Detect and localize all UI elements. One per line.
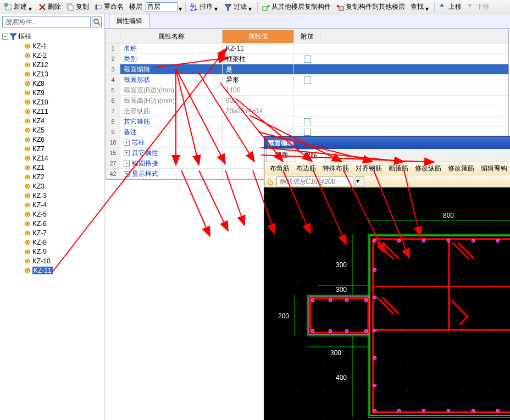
tree-leaf[interactable]: KZ1 bbox=[18, 163, 104, 172]
extra-checkbox[interactable] bbox=[304, 56, 311, 63]
floor-select[interactable] bbox=[146, 2, 178, 12]
tree-leaf[interactable]: KZ10 bbox=[18, 97, 104, 107]
component-icon bbox=[24, 146, 31, 152]
extra-checkbox[interactable] bbox=[304, 76, 311, 84]
tree-leaf[interactable]: KZ3 bbox=[18, 181, 104, 191]
copy-to-button[interactable]: 复制构件到其他楼层 bbox=[334, 1, 407, 13]
tree-leaf[interactable]: KZ6 bbox=[18, 135, 104, 144]
tree-leaf[interactable]: KZ-1 bbox=[18, 41, 104, 51]
filter-button[interactable]: 过滤 ▾ bbox=[222, 1, 255, 13]
tree-leaf[interactable]: KZ5 bbox=[18, 125, 104, 135]
tree-leaf[interactable]: KZ8 bbox=[18, 79, 104, 88]
property-value[interactable]: 异形 bbox=[223, 75, 294, 85]
draw-stirrup-button[interactable]: 画箍筋 bbox=[385, 163, 412, 174]
svg-point-51 bbox=[27, 176, 29, 178]
search-button[interactable] bbox=[92, 16, 102, 27]
hand-icon[interactable] bbox=[267, 178, 274, 185]
tree-leaf[interactable]: KZ-6 bbox=[18, 219, 104, 228]
svg-point-129 bbox=[379, 390, 380, 391]
tab-property-edit[interactable]: 属性编辑 bbox=[109, 14, 149, 28]
component-icon bbox=[24, 62, 31, 68]
svg-point-142 bbox=[489, 418, 490, 419]
tree-leaf[interactable]: KZ-8 bbox=[18, 237, 104, 247]
sort-button[interactable]: AZ 排序 ▾ bbox=[188, 1, 221, 13]
tree-leaf[interactable]: KZ-2 bbox=[18, 51, 104, 60]
move-up-button[interactable]: 上移 bbox=[437, 1, 464, 13]
property-row[interactable]: 2类别框架柱 bbox=[106, 54, 508, 64]
component-icon bbox=[24, 230, 31, 236]
svg-point-73 bbox=[324, 225, 325, 226]
tree-root-node[interactable]: − 框柱 bbox=[2, 31, 104, 41]
search-input[interactable] bbox=[2, 16, 91, 27]
svg-point-123 bbox=[462, 363, 463, 364]
property-row[interactable]: 4截面形状异形 bbox=[106, 75, 508, 85]
tree-leaf[interactable]: KZ-10 bbox=[18, 256, 104, 266]
align-rebar-button[interactable]: 对齐钢筋 bbox=[352, 163, 385, 174]
special-rebar-button[interactable]: 特殊布筋 bbox=[319, 163, 352, 174]
property-row[interactable]: 7全部纵筋20⌀25+4⌀14 bbox=[106, 106, 508, 117]
tree-leaf[interactable]: KZ13 bbox=[18, 69, 104, 79]
property-value[interactable]: 框架柱 bbox=[223, 54, 294, 64]
dropdown-icon[interactable]: ▾ bbox=[179, 5, 183, 9]
rebar-info-input[interactable] bbox=[276, 176, 353, 186]
tree-leaf[interactable]: KZ9 bbox=[18, 88, 104, 97]
property-value[interactable]: 是 bbox=[223, 64, 294, 74]
tree-leaf[interactable]: KZ-3 bbox=[18, 191, 104, 200]
property-row[interactable]: 6截面高(H边)(mm)900 bbox=[106, 96, 508, 106]
delete-button[interactable]: 删除 bbox=[36, 1, 63, 13]
property-value[interactable]: 20⌀25+4⌀14 bbox=[223, 106, 294, 116]
extra-checkbox[interactable] bbox=[304, 118, 311, 125]
svg-point-76 bbox=[407, 225, 408, 226]
tree-leaf[interactable]: KZ4 bbox=[18, 116, 104, 125]
svg-point-47 bbox=[27, 157, 29, 159]
tree-leaf[interactable]: KZ-7 bbox=[18, 228, 104, 237]
property-row[interactable]: 3截面编辑是 bbox=[106, 64, 508, 75]
component-tree[interactable]: − 框柱 KZ-1KZ-2KZ12KZ13KZ8KZ9KZ10KZ11KZ4KZ… bbox=[0, 30, 104, 420]
section-canvas[interactable]: 800 900 800 300 300 200 300 400 bbox=[264, 187, 510, 420]
property-row[interactable]: 8其它箍筋 bbox=[106, 117, 508, 127]
svg-point-132 bbox=[462, 390, 463, 391]
edit-bend-button[interactable]: 编辑弯钩 bbox=[478, 163, 510, 174]
tree-leaf[interactable]: KZ-9 bbox=[18, 247, 104, 256]
corner-rebar-button[interactable]: 布角筋 bbox=[267, 163, 293, 174]
section-titlebar[interactable]: 截面编辑 bbox=[264, 137, 510, 149]
property-row[interactable]: 1名称KZ-11 bbox=[106, 43, 508, 54]
expand-icon[interactable]: + bbox=[124, 171, 130, 177]
property-value[interactable]: 900 bbox=[223, 96, 294, 106]
copy-from-button[interactable]: 从其他楼层复制构件 bbox=[260, 1, 333, 13]
collapse-icon[interactable]: − bbox=[2, 34, 8, 40]
property-value[interactable] bbox=[223, 117, 294, 126]
section-tab-rebar[interactable]: 配筋 bbox=[296, 149, 325, 162]
tree-leaf[interactable]: KZ-4 bbox=[18, 200, 104, 209]
modify-long-button[interactable]: 修改纵筋 bbox=[412, 163, 445, 174]
tree-leaf[interactable]: KZ2 bbox=[18, 172, 104, 181]
find-button[interactable]: 查找 ▾ bbox=[408, 1, 432, 13]
tree-leaf[interactable]: KZ7 bbox=[18, 144, 104, 153]
expand-icon[interactable]: + bbox=[124, 140, 130, 146]
property-value[interactable] bbox=[223, 127, 294, 137]
tree-leaf-label: KZ13 bbox=[32, 70, 48, 78]
tree-leaf[interactable]: KZ-11 bbox=[18, 266, 104, 275]
new-button[interactable]: 新建 ▾ bbox=[2, 1, 35, 13]
property-value[interactable]: KZ-11 bbox=[223, 43, 294, 53]
copy-button[interactable]: 复制 bbox=[64, 1, 91, 13]
rename-button[interactable]: 重命名 bbox=[92, 1, 126, 13]
tree-leaf[interactable]: KZ11 bbox=[18, 107, 104, 116]
expand-icon[interactable]: + bbox=[124, 161, 130, 167]
tree-leaf[interactable]: KZ-5 bbox=[18, 209, 104, 219]
edge-rebar-button[interactable]: 布边筋 bbox=[293, 163, 319, 174]
tree-leaf[interactable]: KZ12 bbox=[18, 60, 104, 69]
svg-point-111 bbox=[379, 335, 380, 336]
property-value[interactable]: 1100 bbox=[223, 85, 294, 95]
svg-rect-15 bbox=[339, 7, 343, 10]
property-row[interactable]: 5截面宽(B边)(mm)1100 bbox=[106, 85, 508, 96]
tree-leaf[interactable]: KZ14 bbox=[18, 153, 104, 163]
section-tab-section[interactable]: 截面 bbox=[267, 148, 296, 162]
expand-icon[interactable]: + bbox=[124, 150, 130, 156]
move-down-button[interactable]: 下移 bbox=[465, 1, 492, 13]
modify-stirrup-button[interactable]: 修改箍筋 bbox=[445, 163, 478, 174]
row-number: 7 bbox=[106, 106, 120, 116]
svg-line-20 bbox=[98, 23, 100, 25]
extra-checkbox[interactable] bbox=[304, 129, 311, 136]
rebar-dropdown[interactable]: ▾ bbox=[356, 176, 364, 186]
